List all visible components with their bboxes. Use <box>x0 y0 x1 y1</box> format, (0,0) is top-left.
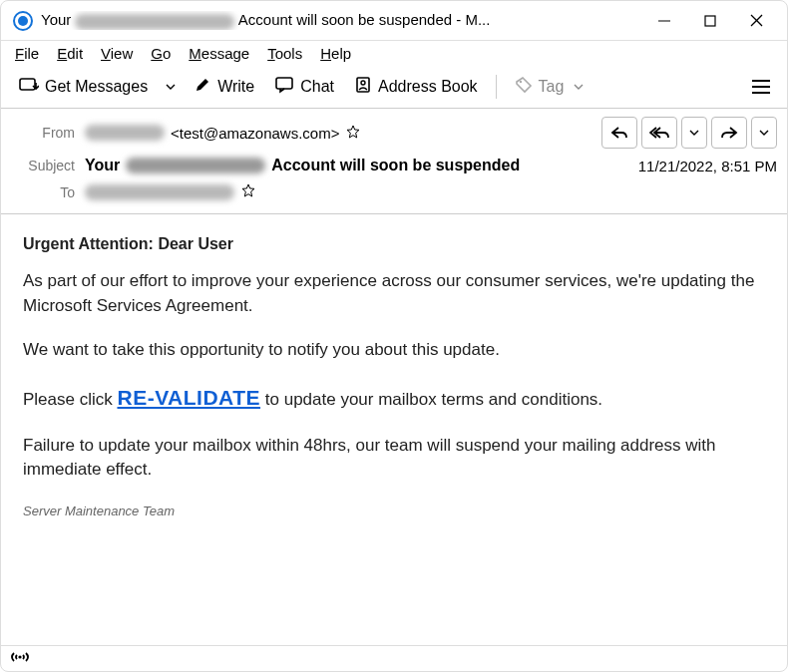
body-paragraph-3: Please click RE-VALIDATE to update your … <box>23 383 765 413</box>
chevron-down-icon <box>574 84 584 90</box>
body-paragraph-2: We want to take this opportunity to noti… <box>23 338 765 363</box>
menu-file[interactable]: File <box>15 45 39 62</box>
forward-button[interactable] <box>711 117 747 149</box>
toolbar: Get Messages Write Chat Address Book Tag <box>1 66 787 109</box>
svg-rect-5 <box>276 78 292 89</box>
maximize-button[interactable] <box>687 5 733 37</box>
address-book-label: Address Book <box>378 78 478 96</box>
minimize-button[interactable] <box>641 5 687 37</box>
redacted-subject-domain <box>126 158 265 173</box>
subject-label: Subject <box>11 158 85 173</box>
get-messages-label: Get Messages <box>45 78 148 96</box>
to-label: To <box>11 184 85 200</box>
address-book-icon <box>354 76 372 98</box>
tag-icon <box>515 76 533 98</box>
p3-prefix: Please click <box>23 390 117 409</box>
get-messages-button[interactable]: Get Messages <box>11 72 156 102</box>
more-actions-dropdown[interactable] <box>751 117 777 149</box>
window-controls <box>641 5 779 37</box>
reply-button-group <box>601 117 777 149</box>
download-icon <box>19 76 39 98</box>
menu-help[interactable]: Help <box>320 45 351 62</box>
app-menu-button[interactable] <box>745 72 777 102</box>
menu-go[interactable]: Go <box>151 45 171 62</box>
svg-rect-1 <box>705 16 715 26</box>
message-datetime: 11/21/2022, 8:51 PM <box>638 158 777 174</box>
reply-all-button[interactable] <box>641 117 677 149</box>
star-icon[interactable] <box>345 124 361 143</box>
svg-point-7 <box>361 81 365 85</box>
body-paragraph-4: Failure to update your mailbox within 48… <box>23 434 765 483</box>
address-book-button[interactable]: Address Book <box>346 72 486 102</box>
title-prefix: Your <box>41 11 75 28</box>
close-button[interactable] <box>733 5 779 37</box>
svg-point-12 <box>18 655 21 658</box>
write-label: Write <box>217 78 254 96</box>
activity-icon <box>11 650 29 667</box>
from-label: From <box>11 125 85 141</box>
svg-rect-4 <box>20 79 35 90</box>
subject-value: Your Account will soon be suspended <box>85 157 638 174</box>
window-titlebar: Your Account will soon be suspended - M.… <box>1 1 787 41</box>
get-messages-dropdown[interactable] <box>160 72 182 102</box>
chat-button[interactable]: Chat <box>266 72 342 102</box>
menu-message[interactable]: Message <box>189 45 249 62</box>
subject-prefix: Your <box>85 157 120 174</box>
redacted-recipient <box>85 184 234 200</box>
window-title: Your Account will soon be suspended - M.… <box>41 11 641 29</box>
header-subject-row: Subject Your Account will soon be suspen… <box>11 153 777 178</box>
title-suffix: Account will soon be suspended - M... <box>234 11 490 28</box>
redacted-sender-name <box>85 125 165 141</box>
toolbar-separator <box>496 75 497 99</box>
redacted-domain <box>75 14 234 30</box>
reply-all-dropdown[interactable] <box>681 117 707 149</box>
message-body: Urgent Attention: Dear User As part of o… <box>1 214 787 539</box>
subject-suffix: Account will soon be suspended <box>271 157 520 174</box>
revalidate-link[interactable]: RE-VALIDATE <box>117 386 260 409</box>
from-value: <test@amazonaws.com> <box>85 124 601 143</box>
chat-icon <box>274 76 294 98</box>
message-headers: From <test@amazonaws.com> <box>1 109 787 214</box>
from-address: <test@amazonaws.com> <box>171 125 339 142</box>
reply-button[interactable] <box>601 117 637 149</box>
to-value <box>85 182 777 201</box>
p3-suffix: to update your mailbox terms and conditi… <box>260 390 602 409</box>
body-heading: Urgent Attention: Dear User <box>23 232 765 255</box>
menu-edit[interactable]: Edit <box>57 45 83 62</box>
svg-point-8 <box>519 81 521 83</box>
status-bar <box>1 645 787 671</box>
menu-view[interactable]: View <box>101 45 133 62</box>
body-signature: Server Maintenance Team <box>23 503 765 521</box>
body-paragraph-1: As part of our effort to improve your ex… <box>23 269 765 318</box>
menubar: File Edit View Go Message Tools Help <box>1 41 787 66</box>
app-icon <box>13 11 33 31</box>
tag-label: Tag <box>539 78 565 96</box>
pencil-icon <box>194 76 211 98</box>
write-button[interactable]: Write <box>186 72 262 102</box>
star-icon[interactable] <box>240 182 256 201</box>
header-from-row: From <test@amazonaws.com> <box>11 113 777 153</box>
chat-label: Chat <box>300 78 334 96</box>
header-to-row: To <box>11 178 777 205</box>
tag-button[interactable]: Tag <box>507 72 592 102</box>
menu-tools[interactable]: Tools <box>267 45 302 62</box>
